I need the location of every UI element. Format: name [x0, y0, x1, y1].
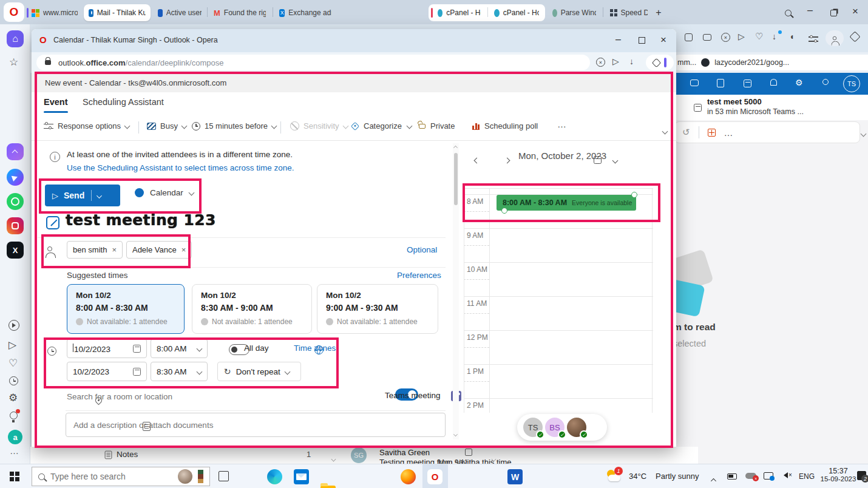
description-box[interactable]: [66, 413, 446, 437]
window-minimize-button[interactable]: –: [807, 5, 813, 16]
taskbar-word-icon[interactable]: W: [507, 469, 523, 484]
calendar-check-icon[interactable]: [744, 80, 751, 87]
remove-attendee-icon[interactable]: ×: [112, 245, 117, 254]
volume-muted-icon[interactable]: ×: [781, 472, 792, 478]
browser-tab-exchange[interactable]: X Exchange admin c: [274, 4, 336, 21]
end-date-field[interactable]: 10/2/2023: [67, 362, 147, 381]
response-options-button[interactable]: Response options: [44, 121, 129, 130]
time-zones-link[interactable]: Time zones: [294, 344, 336, 353]
dayview-date-label[interactable]: Mon, October 2, 2023: [518, 151, 606, 161]
url-download-icon[interactable]: ↓: [629, 56, 634, 66]
extensions-cube-icon[interactable]: [849, 31, 860, 42]
display-connect-icon[interactable]: [764, 472, 773, 480]
suggested-card-1-selected[interactable]: Mon 10/2 8:00 AM - 8:30 AM Not available…: [67, 284, 185, 334]
form-scrollbar-thumb[interactable]: [454, 153, 458, 205]
calendar-event-block[interactable]: 8:00 AM - 8:30 AM Everyone is available: [497, 195, 636, 211]
onedrive-icon[interactable]: ×: [745, 473, 756, 479]
sidebar-more-button[interactable]: …: [10, 446, 19, 456]
sidebar-messenger-button[interactable]: [7, 169, 24, 186]
private-button[interactable]: Private: [419, 121, 455, 130]
account-avatar[interactable]: TS: [843, 75, 860, 92]
chat-icon[interactable]: [690, 80, 699, 86]
battery-icon[interactable]: [727, 473, 737, 480]
lightbulb-icon[interactable]: [822, 79, 829, 85]
reminder-button[interactable]: 15 minutes before: [192, 121, 276, 130]
snapshot-camera-icon[interactable]: [703, 34, 711, 41]
browser-tab-microsoft365[interactable]: www.microsoft365: [27, 4, 83, 21]
extensions-pill[interactable]: [646, 55, 674, 70]
profile-button[interactable]: [826, 30, 844, 46]
popup-titlebar[interactable]: O Calendar - Thilak Kumar Singh - Outloo…: [32, 29, 676, 52]
sidebar-favorites-button[interactable]: ♡: [8, 357, 18, 370]
event-resize-handle-top[interactable]: [631, 192, 637, 198]
scheduling-poll-button[interactable]: Scheduling poll: [472, 121, 538, 130]
window-restore-button[interactable]: [830, 8, 837, 19]
list-dropdown-chevron[interactable]: [331, 453, 336, 464]
toolbar-more-button[interactable]: …: [557, 119, 566, 129]
sidebar-settings-button[interactable]: ⚙: [8, 391, 18, 404]
taskbar-mail-icon[interactable]: [294, 469, 309, 484]
clock-tray[interactable]: 15:37 15-09-2023: [818, 467, 858, 483]
calendar-selector[interactable]: Calendar: [135, 188, 194, 197]
new-tab-button[interactable]: +: [651, 5, 666, 21]
taskbar-opera-icon[interactable]: O: [427, 469, 442, 484]
notes-folder-label[interactable]: Notes: [117, 450, 138, 459]
sidebar-history-button[interactable]: [9, 376, 18, 385]
sidebar-x-button[interactable]: X: [7, 242, 24, 259]
table-insert-icon[interactable]: [708, 129, 716, 137]
categorize-button[interactable]: Categorize: [352, 121, 412, 130]
opera-menu-button[interactable]: O: [4, 2, 24, 22]
description-input[interactable]: [66, 413, 445, 436]
row-dropdown-chevron[interactable]: [492, 453, 496, 464]
downloads-icon[interactable]: ↓: [772, 32, 776, 41]
sidebar-aria-ball-button[interactable]: a: [8, 430, 22, 444]
taskbar-edge-icon[interactable]: [267, 469, 282, 484]
sidebar-lightbulb-button[interactable]: [10, 412, 18, 419]
more-options[interactable]: …: [724, 127, 733, 138]
avatar-bs[interactable]: BS ✓: [544, 416, 566, 438]
browser-tab-mail-active[interactable]: Mail - Thilak Kumar Singh: [84, 4, 151, 21]
sidebar-whatsapp-button[interactable]: [7, 193, 24, 210]
start-button[interactable]: [10, 472, 19, 481]
browser-tab-cpanel-2[interactable]: cPanel - Hosting: [489, 4, 544, 21]
send-button[interactable]: ▷ Send: [45, 185, 120, 206]
url-close-circle-icon[interactable]: ×: [596, 58, 605, 67]
bell-icon[interactable]: [770, 79, 777, 86]
gear-icon[interactable]: ⚙: [795, 78, 803, 87]
window-close-button[interactable]: ×: [852, 5, 858, 18]
preferences-link[interactable]: Preferences: [397, 271, 441, 280]
send-dropdown-chevron[interactable]: [97, 193, 102, 198]
notebook-icon[interactable]: [717, 79, 724, 87]
task-view-button[interactable]: [219, 471, 229, 481]
dayview-forward-chevron[interactable]: [505, 154, 509, 165]
bookmark-item-github[interactable]: lazycoder2021/goog...: [714, 58, 789, 67]
dayview-back-chevron[interactable]: [475, 154, 479, 165]
bookmark-item[interactable]: mm...: [677, 58, 696, 67]
sidebar-instagram-button[interactable]: [7, 217, 24, 234]
weather-desc[interactable]: Partly sunny: [656, 472, 699, 481]
browser-tab-speed-dial[interactable]: Speed Dial: [605, 4, 653, 21]
tab-scheduling-assistant[interactable]: Scheduling Assistant: [83, 97, 164, 107]
remove-attendee-icon[interactable]: ×: [181, 245, 186, 254]
send-to-device-icon[interactable]: ▷: [738, 32, 745, 41]
notification-center-button[interactable]: 2: [857, 471, 866, 480]
location-input[interactable]: [67, 388, 285, 404]
taskbar-search-box[interactable]: [32, 467, 210, 486]
sidebar-player-button[interactable]: [8, 320, 19, 331]
tab-event[interactable]: Event: [44, 97, 68, 107]
sidebar-send-button[interactable]: ▷: [8, 339, 16, 351]
form-scrollbar-track[interactable]: [453, 143, 459, 439]
scrollbar-down-arrow[interactable]: [453, 432, 458, 436]
toolbar-collapse-chevron[interactable]: [663, 126, 667, 135]
attendee-pill[interactable]: ben smith ×: [67, 241, 123, 259]
weather-button[interactable]: 1: [606, 468, 624, 485]
taskbar-firefox-icon[interactable]: [401, 469, 416, 484]
collapse-chevron[interactable]: [861, 127, 866, 138]
sidebar-star-button[interactable]: ☆: [9, 56, 18, 69]
browser-tab-gmail[interactable]: M Found the right m: [209, 4, 271, 21]
browser-tab-chatgpt[interactable]: Parse Windows Pr: [548, 4, 601, 21]
sidebar-home-button[interactable]: ⌂: [7, 30, 24, 47]
settings-sliders-icon[interactable]: [809, 35, 818, 42]
notice-line2-link[interactable]: Use the Scheduling Assistant to select t…: [67, 163, 294, 172]
optional-link[interactable]: Optional: [407, 245, 437, 254]
